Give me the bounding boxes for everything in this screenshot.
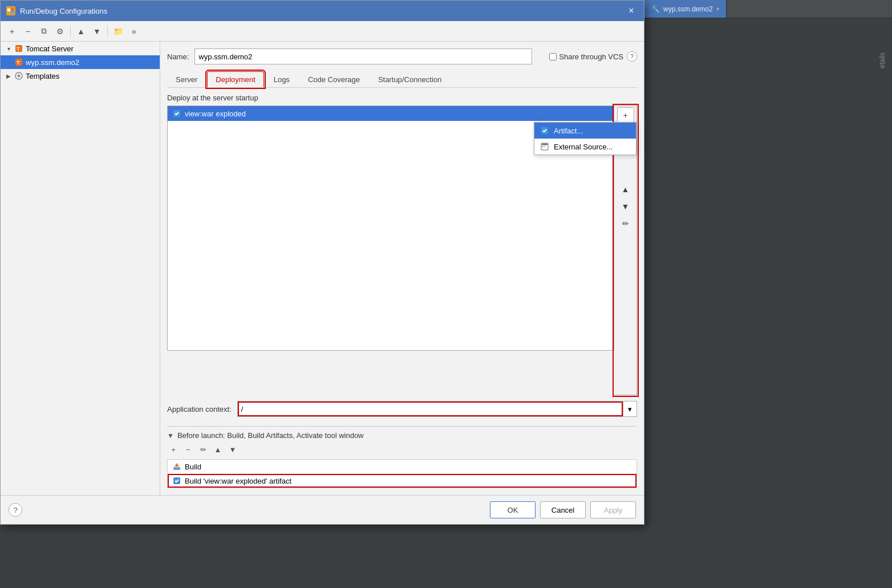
- tomcat-group-label: Tomcat Server: [26, 44, 74, 53]
- dialog-icon: [6, 6, 15, 15]
- tomcat-item-icon: T: [14, 58, 23, 67]
- ide-tab-bar: 🔧 wyp.ssm.demo2 ▾: [644, 0, 892, 18]
- deploy-edit-button[interactable]: ✏: [617, 216, 634, 232]
- before-launch-title: Before launch: Build, Build Artifacts, A…: [177, 431, 364, 440]
- ok-button[interactable]: OK: [490, 501, 536, 518]
- name-input[interactable]: [194, 48, 532, 64]
- before-launch-collapse-arrow[interactable]: ▼: [167, 432, 174, 440]
- run-debug-dialog: Run/Debug Configurations × + − ⧉ ⚙ ▲ ▼ 📁…: [0, 0, 644, 525]
- tab-logs[interactable]: Logs: [265, 71, 298, 87]
- settings-config-button[interactable]: ⚙: [53, 25, 67, 38]
- templates-group[interactable]: ▶ Templates: [1, 69, 160, 83]
- add-config-button[interactable]: +: [5, 25, 19, 38]
- app-context-label: Application context:: [167, 405, 232, 413]
- before-launch-item-build[interactable]: Build: [168, 460, 636, 474]
- templates-arrow: ▶: [5, 72, 12, 79]
- add-dropdown-popup: Artifact... External: [534, 122, 636, 155]
- cancel-button[interactable]: Cancel: [540, 501, 586, 518]
- config-tree: ▾ T Tomcat Server T wyp.ssm.demo2: [1, 42, 160, 495]
- deploy-item-label: view:war exploded: [185, 110, 246, 118]
- svg-marker-15: [175, 463, 179, 467]
- deploy-item-view-war[interactable]: view:war exploded: [168, 106, 614, 121]
- svg-rect-11: [542, 144, 548, 145]
- app-context-dropdown-arrow[interactable]: ▾: [623, 402, 636, 416]
- app-context-select[interactable]: / ▾: [237, 401, 637, 417]
- svg-text:T: T: [17, 60, 20, 66]
- dropdown-external-label: External Source...: [554, 143, 613, 151]
- tomcat-server-group[interactable]: ▾ T Tomcat Server: [1, 42, 160, 55]
- share-row: Share through VCS ?: [549, 51, 637, 62]
- dialog-toolbar: + − ⧉ ⚙ ▲ ▼ 📁 »: [1, 21, 644, 42]
- before-launch-edit-button[interactable]: ✏: [197, 443, 209, 456]
- templates-label: Templates: [26, 72, 59, 80]
- config-detail-panel: Name: Share through VCS ? Server Deploym…: [160, 42, 644, 495]
- dialog-close-button[interactable]: ×: [625, 4, 638, 18]
- share-checkbox-label[interactable]: Share through VCS: [549, 52, 623, 61]
- bottom-help-button[interactable]: ?: [9, 503, 22, 517]
- before-launch-list: Build Build 'view:war exploded' artifact: [167, 459, 637, 488]
- svg-point-2: [11, 7, 14, 11]
- app-context-row: Application context: / ▾: [167, 401, 637, 417]
- svg-rect-13: [542, 147, 545, 147]
- move-down-button[interactable]: ▼: [90, 25, 104, 38]
- tab-deployment[interactable]: Deployment: [207, 71, 263, 87]
- deploy-move-up-button[interactable]: ▲: [617, 181, 634, 197]
- before-launch-remove-button[interactable]: −: [182, 443, 194, 456]
- ide-active-tab[interactable]: 🔧 wyp.ssm.demo2 ▾: [644, 0, 727, 18]
- toolbar-separator-2: [107, 26, 108, 37]
- toolbar-separator-1: [70, 26, 71, 37]
- app-context-value: /: [241, 405, 244, 413]
- before-launch-toolbar: + − ✏ ▲ ▼: [167, 443, 637, 456]
- before-launch-section: ▼ Before launch: Build, Build Artifacts,…: [167, 426, 637, 488]
- before-launch-up-button[interactable]: ▲: [212, 443, 224, 456]
- svg-text:T: T: [17, 46, 20, 52]
- copy-config-button[interactable]: ⧉: [37, 25, 51, 38]
- deploy-section-title: Deploy at the server startup: [167, 94, 637, 102]
- before-launch-header: ▼ Before launch: Build, Build Artifacts,…: [167, 431, 637, 440]
- remove-config-button[interactable]: −: [21, 25, 35, 38]
- config-tabs: Server Deployment Logs Code Coverage Sta…: [167, 71, 637, 88]
- title-bar-left: Run/Debug Configurations: [6, 6, 107, 15]
- more-button[interactable]: »: [127, 25, 141, 38]
- deploy-move-down-button[interactable]: ▼: [617, 198, 634, 214]
- name-row: Name: Share through VCS ?: [167, 48, 637, 64]
- dialog-main-content: ▾ T Tomcat Server T wyp.ssm.demo2: [1, 42, 644, 495]
- tomcat-group-arrow: ▾: [5, 45, 12, 52]
- deploy-add-button[interactable]: +: [617, 107, 634, 123]
- folder-button[interactable]: 📁: [111, 25, 125, 38]
- tab-server[interactable]: Server: [167, 71, 206, 87]
- build-artifact-icon: [172, 476, 181, 485]
- name-label: Name:: [167, 52, 189, 61]
- dropdown-item-artifact[interactable]: Artifact...: [534, 123, 636, 139]
- tomcat-config-item[interactable]: T wyp.ssm.demo2: [1, 55, 160, 69]
- ide-side-text: etails: [878, 52, 886, 68]
- tab-code-coverage[interactable]: Code Coverage: [299, 71, 368, 87]
- ide-tab-label: wyp.ssm.demo2: [663, 5, 713, 13]
- share-help-button[interactable]: ?: [627, 51, 637, 62]
- apply-button[interactable]: Apply: [590, 501, 636, 518]
- ide-background: 🔧 wyp.ssm.demo2 ▾ etails: [644, 0, 892, 588]
- tab-startup-connection[interactable]: Startup/Connection: [370, 71, 450, 87]
- build-icon: [172, 462, 181, 471]
- before-launch-artifact-label: Build 'view:war exploded' artifact: [185, 477, 291, 485]
- tomcat-group-icon: T: [14, 44, 23, 53]
- app-context-value-wrap: /: [238, 402, 623, 416]
- svg-rect-12: [542, 145, 546, 146]
- artifact-icon: [540, 126, 549, 135]
- dialog-bottom-bar: ? OK Cancel Apply: [1, 495, 644, 524]
- before-launch-build-label: Build: [185, 463, 201, 471]
- dialog-title-bar: Run/Debug Configurations ×: [1, 1, 644, 21]
- dropdown-artifact-label: Artifact...: [554, 127, 583, 135]
- deploy-sidebar: + Artifact...: [614, 106, 637, 395]
- dropdown-item-external-source[interactable]: External Source...: [534, 139, 636, 155]
- before-launch-item-build-artifact[interactable]: Build 'view:war exploded' artifact: [168, 474, 636, 488]
- before-launch-add-button[interactable]: +: [167, 443, 180, 456]
- share-checkbox[interactable]: [549, 53, 557, 60]
- templates-icon: [14, 71, 23, 80]
- share-label-text: Share through VCS: [559, 52, 623, 61]
- move-up-button[interactable]: ▲: [74, 25, 88, 38]
- dialog-title: Run/Debug Configurations: [20, 7, 107, 15]
- before-launch-down-button[interactable]: ▼: [226, 443, 239, 456]
- tomcat-item-label: wyp.ssm.demo2: [26, 58, 79, 67]
- deploy-container: view:war exploded +: [167, 106, 637, 395]
